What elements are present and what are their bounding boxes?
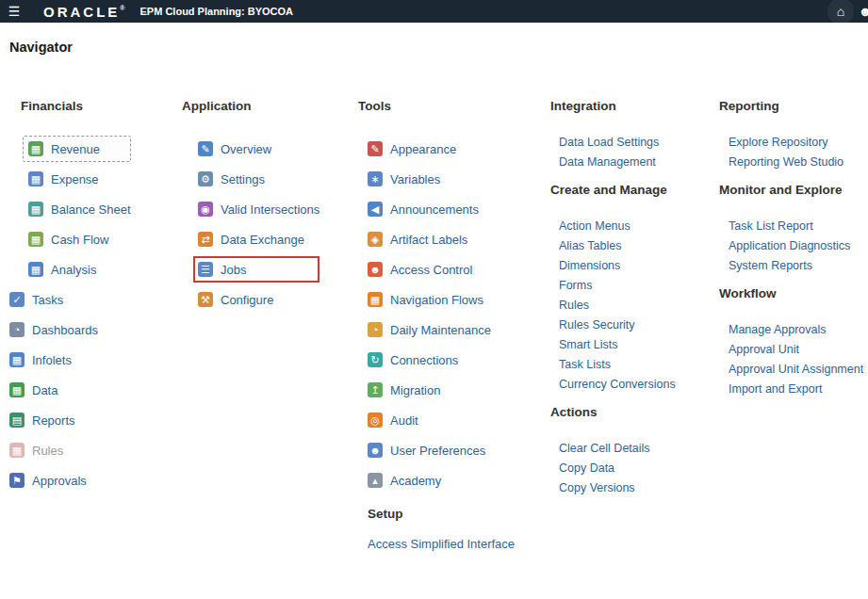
nav-item-task-lists[interactable]: Task Lists	[559, 357, 676, 372]
nav-item-dimensions[interactable]: Dimensions	[559, 258, 676, 273]
nav-item-copy-versions[interactable]: Copy Versions	[559, 480, 676, 495]
nav-item-balance-sheet[interactable]: ▦ Balance Sheet	[28, 199, 131, 219]
nav-item-variables[interactable]: ∗ Variables	[368, 169, 515, 189]
data-icon: ▦	[9, 382, 25, 397]
nav-item-access-simplified-interface[interactable]: Access Simplified Interface	[368, 537, 515, 552]
user-icon[interactable]: ☻	[853, 0, 868, 23]
migration-icon: ↥	[368, 382, 383, 397]
nav-item-valid-intersections[interactable]: ◉ Valid Intersections	[198, 199, 319, 219]
approvals-icon: ⚑	[9, 473, 25, 488]
access-control-icon: ☻	[368, 262, 383, 277]
menu-icon[interactable]: ☰	[0, 0, 28, 23]
section-header-monitor-and-explore: Monitor and Explore	[719, 183, 863, 198]
nav-item-label: Settings	[221, 172, 265, 186]
nav-item-copy-data[interactable]: Copy Data	[559, 461, 676, 476]
rules-icon: ▦	[9, 443, 25, 458]
appearance-icon: ✎	[368, 141, 383, 156]
nav-item-approvals[interactable]: ⚑ Approvals	[9, 470, 131, 491]
nav-item-data-management[interactable]: Data Management	[559, 154, 676, 170]
nav-item-label: User Preferences	[390, 444, 485, 458]
nav-item-data-load-settings[interactable]: Data Load Settings	[559, 135, 676, 150]
nav-item-label: Access Control	[390, 263, 472, 277]
nav-item-cash-flow[interactable]: ▦ Cash Flow	[28, 229, 131, 250]
nav-item-manage-approvals[interactable]: Manage Approvals	[729, 322, 863, 337]
nav-item-label: Artifact Labels	[390, 233, 467, 247]
academy-icon: ▴	[368, 473, 383, 488]
nav-item-infolets[interactable]: ▦ Infolets	[9, 349, 131, 370]
nav-item-import-and-export[interactable]: Import and Export	[729, 381, 863, 397]
nav-item-action-menus[interactable]: Action Menus	[559, 219, 676, 234]
variables-icon: ∗	[368, 171, 383, 186]
nav-item-reporting-web-studio[interactable]: Reporting Web Studio	[729, 154, 863, 170]
nav-item-approval-unit-assignment[interactable]: Approval Unit Assignment	[729, 362, 863, 377]
nav-item-task-list-report[interactable]: Task List Report	[729, 219, 863, 234]
dashboards-icon: ◔	[9, 322, 25, 337]
nav-item-appearance[interactable]: ✎ Appearance	[368, 138, 515, 159]
nav-item-settings[interactable]: ⚙ Settings	[198, 169, 319, 189]
application-column: Application ✎ Overview ⚙ Settings ◉ Vali…	[182, 99, 319, 319]
section-header-reporting: Reporting	[719, 99, 863, 114]
nav-item-access-control[interactable]: ☻ Access Control	[368, 259, 515, 280]
nav-item-forms[interactable]: Forms	[559, 278, 676, 293]
nav-item-rules-security[interactable]: Rules Security	[559, 317, 676, 332]
nav-item-reports[interactable]: ▤ Reports	[9, 410, 131, 430]
connections-icon: ↻	[368, 352, 383, 367]
nav-item-rules: ▦ Rules	[9, 440, 131, 461]
nav-item-rules-manage[interactable]: Rules	[559, 298, 676, 313]
nav-item-application-diagnostics[interactable]: Application Diagnostics	[729, 238, 863, 253]
overview-icon: ✎	[198, 141, 213, 156]
tasks-icon: ✓	[9, 292, 25, 307]
nav-item-currency-conversions[interactable]: Currency Conversions	[559, 377, 676, 392]
top-bar: ☰ ORACLE® EPM Cloud Planning: BYOCOA ⌂ ☻	[0, 0, 868, 23]
nav-item-overview[interactable]: ✎ Overview	[198, 138, 319, 159]
nav-item-label: Valid Intersections	[221, 202, 319, 217]
nav-item-configure[interactable]: ⚒ Configure	[198, 289, 319, 310]
nav-item-revenue[interactable]: ▦ Revenue	[23, 136, 131, 162]
nav-item-label: Balance Sheet	[51, 202, 131, 217]
nav-item-navigation-flows[interactable]: ▦ Navigation Flows	[368, 289, 515, 310]
nav-item-label: Data Exchange	[221, 233, 304, 247]
infolets-icon: ▦	[9, 352, 25, 367]
section-header-actions: Actions	[550, 405, 676, 420]
financials-base-group: ✓ Tasks ◔ Dashboards ▦ Infolets ▦ Data ▤…	[9, 289, 131, 491]
nav-item-alias-tables[interactable]: Alias Tables	[559, 238, 676, 253]
nav-item-label: Reports	[32, 413, 75, 428]
nav-item-artifact-labels[interactable]: ◈ Artifact Labels	[368, 229, 515, 250]
nav-item-system-reports[interactable]: System Reports	[729, 258, 863, 273]
nav-item-label: Revenue	[51, 142, 100, 156]
home-icon[interactable]: ⌂	[828, 0, 853, 23]
nav-item-approval-unit[interactable]: Approval Unit	[729, 342, 863, 357]
nav-item-label: Infolets	[32, 353, 72, 367]
nav-item-academy[interactable]: ▴ Academy	[368, 470, 515, 491]
nav-item-explore-repository[interactable]: Explore Repository	[729, 135, 863, 150]
nav-item-daily-maintenance[interactable]: ◔ Daily Maintenance	[368, 319, 515, 340]
nav-item-announcements[interactable]: ◀ Announcements	[368, 199, 515, 219]
nav-item-analysis[interactable]: ▦ Analysis	[28, 259, 131, 280]
valid-intersections-icon: ◉	[198, 202, 213, 217]
nav-item-data[interactable]: ▦ Data	[9, 380, 131, 400]
nav-item-label: Audit	[390, 413, 418, 428]
nav-item-label: Navigation Flows	[390, 293, 483, 307]
nav-item-migration[interactable]: ↥ Migration	[368, 380, 515, 400]
expense-icon: ▦	[28, 171, 43, 186]
nav-item-audit[interactable]: ◎ Audit	[368, 410, 515, 430]
nav-item-tasks[interactable]: ✓ Tasks	[9, 289, 131, 310]
balance-sheet-icon: ▦	[28, 202, 43, 217]
oracle-logo: ORACLE®	[43, 4, 125, 20]
nav-item-dashboards[interactable]: ◔ Dashboards	[9, 319, 131, 340]
reports-icon: ▤	[9, 413, 25, 428]
nav-item-smart-lists[interactable]: Smart Lists	[559, 337, 676, 352]
nav-item-expense[interactable]: ▦ Expense	[28, 169, 131, 189]
settings-icon: ⚙	[198, 171, 213, 186]
page-title: Navigator	[9, 40, 73, 55]
user-preferences-icon: ☻	[368, 443, 383, 458]
nav-item-data-exchange[interactable]: ⇄ Data Exchange	[198, 229, 319, 250]
section-header-application: Application	[182, 99, 319, 114]
nav-item-user-preferences[interactable]: ☻ User Preferences	[368, 440, 515, 461]
nav-item-clear-cell-details[interactable]: Clear Cell Details	[559, 441, 676, 456]
audit-icon: ◎	[368, 413, 383, 428]
nav-item-connections[interactable]: ↻ Connections	[368, 349, 515, 370]
tools-column: Tools ✎ Appearance ∗ Variables ◀ Announc…	[358, 99, 515, 552]
nav-item-jobs[interactable]: ☰ Jobs	[193, 256, 319, 283]
nav-item-label: Connections	[390, 353, 458, 367]
